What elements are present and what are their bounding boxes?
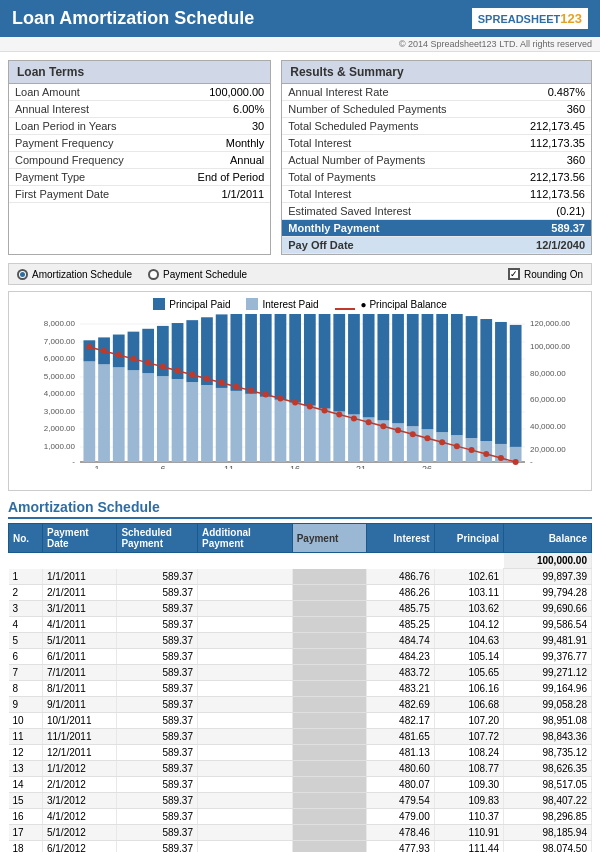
svg-rect-64 (363, 314, 375, 417)
svg-point-106 (395, 427, 401, 433)
row-scheduled: 589.37 (117, 633, 198, 649)
row-no: 4 (9, 617, 43, 633)
row-scheduled: 589.37 (117, 569, 198, 585)
svg-rect-29 (113, 367, 125, 462)
row-interest: 482.17 (367, 713, 435, 729)
loan-terms-panel: Loan Terms Loan Amount100,000.00Annual I… (8, 60, 271, 255)
payment-schedule-radio[interactable]: Payment Schedule (148, 269, 247, 280)
svg-rect-53 (289, 403, 301, 462)
svg-rect-66 (377, 314, 389, 420)
svg-point-102 (336, 411, 342, 417)
svg-point-99 (292, 400, 298, 406)
row-payment (292, 569, 366, 585)
checkbox-box[interactable]: ✓ (508, 268, 520, 280)
loan-term-row: Loan Period in Years30 (9, 118, 270, 135)
row-scheduled: 589.37 (117, 793, 198, 809)
svg-point-108 (424, 435, 430, 441)
radio-circle-amortization[interactable] (17, 269, 28, 280)
svg-rect-26 (83, 340, 95, 361)
svg-rect-45 (230, 391, 242, 462)
loan-term-value: End of Period (153, 169, 271, 186)
radio-circle-payment[interactable] (148, 269, 159, 280)
loan-term-value: 30 (153, 118, 271, 135)
loan-term-row: First Payment Date1/1/2011 (9, 186, 270, 203)
svg-rect-46 (230, 314, 242, 391)
result-row: Total Interest112,173.56 (282, 186, 591, 203)
table-row: 3 3/1/2011 589.37 485.75 103.62 99,690.6… (9, 601, 592, 617)
row-additional (197, 841, 292, 853)
row-date: 5/1/2011 (42, 633, 116, 649)
row-interest: 480.07 (367, 777, 435, 793)
loan-term-row: Loan Amount100,000.00 (9, 84, 270, 101)
svg-text:11: 11 (224, 464, 234, 469)
svg-point-92 (189, 372, 195, 378)
amortization-schedule-radio[interactable]: Amortization Schedule (17, 269, 132, 280)
row-additional (197, 793, 292, 809)
row-payment (292, 633, 366, 649)
table-row: 14 2/1/2012 589.37 480.07 109.30 98,517.… (9, 777, 592, 793)
row-balance: 99,058.28 (504, 697, 592, 713)
row-payment (292, 841, 366, 853)
row-no: 1 (9, 569, 43, 585)
row-additional (197, 665, 292, 681)
loan-term-row: Payment TypeEnd of Period (9, 169, 270, 186)
svg-text:20,000.00: 20,000.00 (530, 445, 566, 454)
loan-term-value: 100,000.00 (153, 84, 271, 101)
row-interest: 479.00 (367, 809, 435, 825)
row-payment (292, 617, 366, 633)
row-balance: 99,586.54 (504, 617, 592, 633)
svg-rect-49 (260, 397, 272, 462)
payoff-row: Pay Off Date12/1/2040 (282, 237, 591, 254)
result-row: Number of Scheduled Payments360 (282, 101, 591, 118)
result-row: Annual Interest Rate0.487% (282, 84, 591, 101)
table-row: 6 6/1/2011 589.37 484.23 105.14 99,376.7… (9, 649, 592, 665)
svg-point-113 (498, 455, 504, 461)
row-date: 5/1/2012 (42, 825, 116, 841)
row-date: 3/1/2012 (42, 793, 116, 809)
result-value: (0.21) (483, 203, 591, 220)
svg-rect-84 (510, 325, 522, 447)
svg-rect-37 (172, 379, 184, 462)
row-payment (292, 601, 366, 617)
svg-rect-78 (466, 316, 478, 438)
row-scheduled: 589.37 (117, 585, 198, 601)
svg-rect-52 (275, 314, 287, 400)
result-value: 112,173.56 (483, 186, 591, 203)
row-no: 12 (9, 745, 43, 761)
header: Loan Amortization Schedule SPREAD SHEET … (0, 0, 600, 37)
row-scheduled: 589.37 (117, 761, 198, 777)
results-panel: Results & Summary Annual Interest Rate0.… (281, 60, 592, 255)
row-interest: 485.25 (367, 617, 435, 633)
svg-point-95 (233, 384, 239, 390)
table-row: 17 5/1/2012 589.37 478.46 110.91 98,185.… (9, 825, 592, 841)
svg-text:21: 21 (356, 464, 366, 469)
svg-rect-58 (319, 314, 331, 409)
col-date: Payment Date (42, 524, 116, 553)
row-interest: 486.26 (367, 585, 435, 601)
table-row: 18 6/1/2012 589.37 477.93 111.44 98,074.… (9, 841, 592, 853)
svg-rect-80 (480, 319, 492, 441)
result-value: 212,173.56 (483, 169, 591, 186)
row-balance: 98,407.22 (504, 793, 592, 809)
svg-text:100,000.00: 100,000.00 (530, 342, 571, 351)
result-value: 360 (483, 152, 591, 169)
svg-rect-44 (216, 314, 228, 388)
table-row: 2 2/1/2011 589.37 486.26 103.11 99,794.2… (9, 585, 592, 601)
col-principal: Principal (434, 524, 503, 553)
col-payment: Payment (292, 524, 366, 553)
table-row: 10 10/1/2011 589.37 482.17 107.20 98,951… (9, 713, 592, 729)
logo-sheet: SHEET (524, 13, 561, 25)
table-row: 13 1/1/2012 589.37 480.60 108.77 98,626.… (9, 761, 592, 777)
rounding-checkbox[interactable]: ✓ Rounding On (508, 268, 583, 280)
row-principal: 108.77 (434, 761, 503, 777)
row-interest: 481.13 (367, 745, 435, 761)
row-scheduled: 589.37 (117, 841, 198, 853)
loan-term-row: Annual Interest6.00% (9, 101, 270, 118)
loan-term-row: Compound FrequencyAnnual (9, 152, 270, 169)
row-interest: 486.76 (367, 569, 435, 585)
svg-rect-57 (319, 409, 331, 462)
row-date: 4/1/2011 (42, 617, 116, 633)
loan-term-value: 6.00% (153, 101, 271, 118)
svg-point-96 (248, 388, 254, 394)
svg-rect-72 (422, 314, 434, 429)
